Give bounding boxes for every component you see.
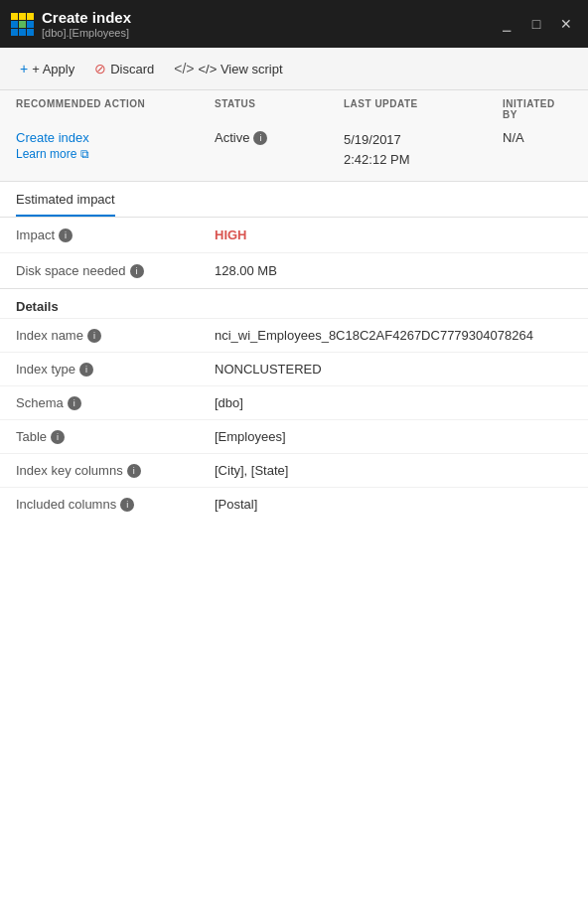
schema-info-icon[interactable]: i xyxy=(68,396,81,410)
disk-value: 128.00 MB xyxy=(215,263,277,278)
rec-header: RECOMMENDED ACTION STATUS LAST UPDATE IN… xyxy=(0,90,588,124)
rec-body: Create index Learn more ⧉ Active i 5/19/… xyxy=(0,124,588,181)
detail-row-index-type: Index type i NONCLUSTERED xyxy=(0,352,588,385)
title-bar: Create index [dbo].[Employees] ⎯ □ ✕ xyxy=(0,0,588,48)
window-subtitle: [dbo].[Employees] xyxy=(42,27,131,39)
title-bar-text: Create index [dbo].[Employees] xyxy=(42,9,131,39)
detail-row-index-key-columns: Index key columns i [City], [State] xyxy=(0,453,588,487)
col-rec-action: RECOMMENDED ACTION xyxy=(16,98,215,120)
index-type-info-icon[interactable]: i xyxy=(79,363,93,377)
index-name-label: Index name i xyxy=(16,328,215,343)
details-section: Details Index name i nci_wi_Employees_8C… xyxy=(0,289,588,521)
title-bar-controls: ⎯ □ ✕ xyxy=(495,12,578,36)
last-update-line2: 2:42:12 PM xyxy=(344,150,503,170)
learn-more-link[interactable]: Learn more ⧉ xyxy=(16,147,89,161)
title-bar-left: Create index [dbo].[Employees] xyxy=(10,9,131,39)
schema-value: [dbo] xyxy=(215,395,243,410)
discard-icon: ⊘ xyxy=(94,61,106,76)
view-script-label: </> View script xyxy=(199,62,283,76)
window-title: Create index xyxy=(42,9,131,27)
status-cell: Active i xyxy=(215,126,344,145)
detail-row-schema: Schema i [dbo] xyxy=(0,385,588,419)
table-value: [Employees] xyxy=(215,429,286,444)
discard-label: Discard xyxy=(110,62,154,76)
rec-action-cell: Create index Learn more ⧉ xyxy=(16,126,215,161)
col-status: STATUS xyxy=(215,98,344,120)
included-columns-value: [Postal] xyxy=(215,497,257,512)
col-last-update: LAST UPDATE xyxy=(344,98,503,120)
detail-row-included-columns: Included columns i [Postal] xyxy=(0,487,588,521)
index-key-columns-info-icon[interactable]: i xyxy=(127,464,141,478)
plus-icon: + xyxy=(20,61,28,76)
included-columns-label: Included columns i xyxy=(16,497,215,512)
index-key-columns-value: [City], [State] xyxy=(215,463,288,478)
impact-row: Impact i HIGH xyxy=(0,218,588,253)
included-columns-info-icon[interactable]: i xyxy=(120,498,134,512)
content-area: RECOMMENDED ACTION STATUS LAST UPDATE IN… xyxy=(0,90,588,521)
impact-tab-container: Estimated impact xyxy=(0,182,588,218)
minimize-button[interactable]: ⎯ xyxy=(495,12,518,36)
initiated-by-cell: N/A xyxy=(503,126,572,145)
details-header: Details xyxy=(0,289,588,318)
status-text: Active xyxy=(215,130,249,145)
index-type-label: Index type i xyxy=(16,362,215,377)
discard-button[interactable]: ⊘ Discard xyxy=(84,56,164,81)
table-info-icon[interactable]: i xyxy=(51,430,65,444)
impact-info-icon[interactable]: i xyxy=(59,228,73,242)
detail-row-table: Table i [Employees] xyxy=(0,419,588,453)
last-update-line1: 5/19/2017 xyxy=(344,130,503,150)
estimated-impact-tab[interactable]: Estimated impact xyxy=(16,182,115,217)
index-key-columns-label: Index key columns i xyxy=(16,463,215,478)
index-name-info-icon[interactable]: i xyxy=(87,329,101,343)
impact-rows: Impact i HIGH Disk space needed i 128.00… xyxy=(0,218,588,289)
index-type-value: NONCLUSTERED xyxy=(215,362,322,377)
disk-label: Disk space needed i xyxy=(16,263,215,278)
disk-space-row: Disk space needed i 128.00 MB xyxy=(0,253,588,288)
script-icon: </> xyxy=(174,61,194,76)
index-name-value: nci_wi_Employees_8C18C2AF4267DC777930407… xyxy=(215,328,533,343)
create-index-link[interactable]: Create index xyxy=(16,130,89,145)
close-button[interactable]: ✕ xyxy=(554,12,578,36)
database-grid-icon xyxy=(10,12,34,36)
detail-row-index-name: Index name i nci_wi_Employees_8C18C2AF42… xyxy=(0,318,588,352)
impact-label: Impact i xyxy=(16,228,215,242)
apply-button[interactable]: + + Apply xyxy=(10,56,84,81)
status-info-icon[interactable]: i xyxy=(253,131,267,145)
table-label: Table i xyxy=(16,429,215,444)
col-initiated-by: INITIATED BY xyxy=(503,98,572,120)
apply-label: + Apply xyxy=(32,62,74,76)
disk-info-icon[interactable]: i xyxy=(130,264,144,278)
view-script-button[interactable]: </> </> View script xyxy=(164,56,292,81)
schema-label: Schema i xyxy=(16,395,215,410)
recommended-action-section: RECOMMENDED ACTION STATUS LAST UPDATE IN… xyxy=(0,90,588,182)
date-cell: 5/19/2017 2:42:12 PM xyxy=(344,126,503,169)
restore-button[interactable]: □ xyxy=(524,12,548,36)
impact-value: HIGH xyxy=(215,228,247,242)
toolbar: + + Apply ⊘ Discard </> </> View script xyxy=(0,48,588,90)
